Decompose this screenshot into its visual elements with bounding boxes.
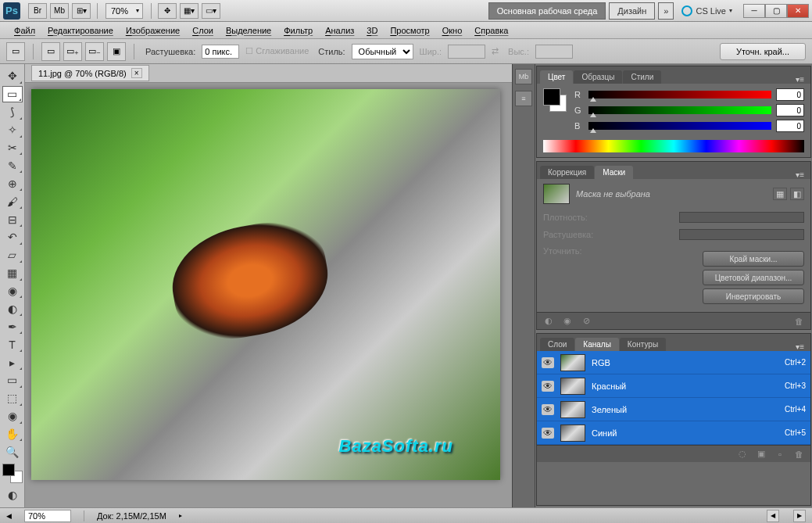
channel-rgb[interactable]: 👁 RGB Ctrl+2 (537, 351, 810, 374)
red-value-input[interactable] (776, 88, 804, 101)
tab-layers[interactable]: Слои (540, 338, 574, 351)
refine-edge-button[interactable]: Уточн. край... (720, 43, 806, 60)
subtract-selection-icon[interactable]: ▭₋ (85, 42, 104, 61)
delete-mask-icon[interactable]: 🗑 (792, 315, 806, 328)
canvas-viewport[interactable]: BazaSofta.ru (25, 83, 512, 507)
tab-paths[interactable]: Контуры (620, 338, 666, 351)
color-range-button[interactable]: Цветовой диапазон... (703, 270, 804, 285)
menu-window[interactable]: Окно (436, 26, 469, 35)
zoom-dropdown[interactable]: 70% (106, 3, 143, 19)
eye-icon[interactable]: 👁 (542, 357, 554, 368)
close-document-icon[interactable]: × (131, 68, 142, 78)
panel-menu-icon[interactable]: ▾≡ (792, 342, 807, 351)
tab-masks[interactable]: Маски (595, 166, 633, 179)
add-selection-icon[interactable]: ▭₊ (63, 42, 82, 61)
save-selection-channel-icon[interactable]: ▣ (754, 448, 768, 460)
screen-mode-button[interactable]: ▭▾ (202, 3, 220, 19)
menu-image[interactable]: Изображение (120, 26, 186, 35)
document-tab[interactable]: 11.jpg @ 70% (RGB/8) × (31, 65, 149, 81)
scroll-right-icon[interactable]: ▶ (793, 510, 806, 522)
menu-help[interactable]: Справка (468, 26, 514, 35)
path-selection-tool-icon[interactable]: ▸ (2, 354, 23, 371)
eraser-tool-icon[interactable]: ▱ (2, 247, 23, 263)
blue-slider[interactable] (588, 122, 771, 130)
vector-mask-icon[interactable]: ◧ (790, 188, 804, 200)
quick-mask-icon[interactable]: ◐ (2, 487, 23, 503)
shape-tool-icon[interactable]: ▭ (2, 372, 23, 389)
view-extras-button[interactable]: ⊞▾ (72, 3, 91, 19)
color-fg-bg-swatch[interactable] (543, 88, 567, 112)
brush-tool-icon[interactable]: 🖌 (2, 193, 23, 210)
scroll-left-icon[interactable]: ◀ (767, 510, 779, 522)
history-brush-tool-icon[interactable]: ↶ (2, 229, 23, 245)
eye-icon[interactable]: 👁 (542, 404, 554, 415)
eye-icon[interactable]: 👁 (542, 381, 554, 392)
hand-tool-icon[interactable]: ✥ (158, 3, 177, 19)
minimize-button[interactable]: ─ (743, 4, 765, 18)
workspace-more-button[interactable]: » (658, 2, 674, 20)
new-channel-icon[interactable]: ▫ (773, 448, 787, 460)
eyedropper-tool-icon[interactable]: ✎ (2, 157, 23, 174)
zoom-input[interactable] (24, 510, 71, 522)
cslive-button[interactable]: CS Live ▾ (675, 5, 739, 16)
minibridge-button[interactable]: Mb (50, 3, 69, 19)
red-slider[interactable] (588, 91, 771, 99)
menu-file[interactable]: Файл (8, 26, 41, 35)
feather-input[interactable] (202, 45, 239, 59)
bridge-button[interactable]: Br (28, 3, 47, 19)
style-select[interactable]: Обычный (352, 44, 413, 59)
invert-button[interactable]: Инвертировать (703, 288, 804, 304)
workspace-design-button[interactable]: Дизайн (609, 2, 655, 20)
3d-tool-icon[interactable]: ⬚ (2, 390, 23, 407)
delete-channel-icon[interactable]: 🗑 (792, 448, 806, 460)
menu-layers[interactable]: Слои (186, 26, 220, 35)
green-slider[interactable] (588, 106, 771, 114)
new-selection-icon[interactable]: ▭ (41, 42, 60, 61)
menu-filter[interactable]: Фильтр (277, 26, 319, 35)
status-menu-icon[interactable]: ▸ (179, 512, 182, 519)
tab-swatches[interactable]: Образцы (574, 70, 622, 84)
dock-minibridge-icon[interactable]: Mb (515, 69, 532, 84)
dock-history-icon[interactable]: ≡ (515, 91, 532, 106)
disable-mask-icon[interactable]: ⊘ (579, 315, 593, 328)
green-value-input[interactable] (776, 104, 804, 116)
channel-blue[interactable]: 👁 Синий Ctrl+5 (537, 421, 810, 445)
channel-red[interactable]: 👁 Красный Ctrl+3 (537, 374, 810, 398)
lasso-tool-icon[interactable]: ⟆ (2, 104, 23, 120)
move-tool-icon[interactable]: ✥ (2, 68, 23, 84)
dodge-tool-icon[interactable]: ◐ (2, 300, 23, 317)
tool-preset-icon[interactable]: ▭ (6, 42, 25, 61)
blur-tool-icon[interactable]: ◉ (2, 283, 23, 299)
tab-corrections[interactable]: Коррекция (540, 166, 594, 179)
stamp-tool-icon[interactable]: ⊟ (2, 211, 23, 227)
menu-select[interactable]: Выделение (220, 26, 277, 35)
tab-styles[interactable]: Стили (623, 70, 661, 84)
pen-tool-icon[interactable]: ✒ (2, 318, 23, 335)
menu-3d[interactable]: 3D (360, 26, 384, 35)
workspace-main-button[interactable]: Основная рабочая среда (488, 2, 606, 20)
arrange-docs-button[interactable]: ▦▾ (180, 3, 199, 19)
close-button[interactable]: ✕ (787, 4, 809, 18)
zoom-tool-icon[interactable]: 🔍 (2, 443, 23, 460)
blue-value-input[interactable] (776, 120, 804, 132)
tab-channels[interactable]: Каналы (575, 338, 619, 351)
3d-camera-tool-icon[interactable]: ◉ (2, 408, 23, 424)
pixel-mask-icon[interactable]: ▦ (773, 188, 787, 200)
intersect-selection-icon[interactable]: ▣ (107, 42, 126, 61)
mask-edge-button[interactable]: Край маски... (703, 251, 804, 267)
load-channel-selection-icon[interactable]: ◌ (735, 448, 749, 460)
crop-tool-icon[interactable]: ✂ (2, 140, 23, 156)
channel-green[interactable]: 👁 Зеленый Ctrl+4 (537, 398, 810, 421)
magic-wand-tool-icon[interactable]: ✧ (2, 122, 23, 138)
type-tool-icon[interactable]: T (2, 336, 23, 353)
eye-icon[interactable]: 👁 (542, 428, 554, 439)
menu-edit[interactable]: Редактирование (41, 26, 120, 35)
fg-bg-color-icon[interactable] (2, 464, 23, 483)
maximize-button[interactable]: ▢ (765, 4, 787, 18)
panel-menu-icon[interactable]: ▾≡ (792, 75, 807, 84)
marquee-tool-icon[interactable]: ▭ (2, 86, 23, 102)
load-mask-icon[interactable]: ◐ (542, 315, 556, 328)
tab-color[interactable]: Цвет (540, 70, 573, 84)
menu-analysis[interactable]: Анализ (319, 26, 360, 35)
healing-tool-icon[interactable]: ⊕ (2, 175, 23, 192)
